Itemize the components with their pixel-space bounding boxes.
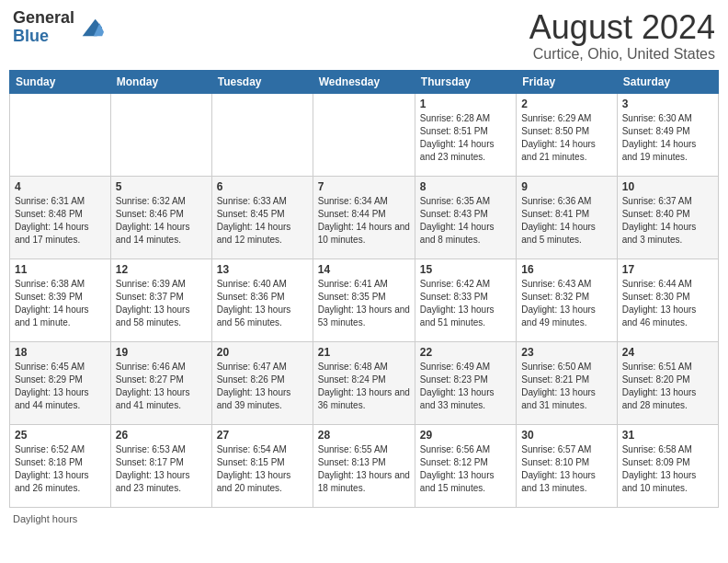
day-info: Sunrise: 6:52 AMSunset: 8:18 PMDaylight:… [15,443,106,495]
title-area: August 2024 Curtice, Ohio, United States [529,9,715,63]
day-number: 12 [116,263,207,276]
day-number: 1 [420,98,511,110]
calendar-week-row: 25Sunrise: 6:52 AMSunset: 8:18 PMDayligh… [10,424,719,507]
calendar-day-cell: 31Sunrise: 6:58 AMSunset: 8:09 PMDayligh… [617,424,718,507]
day-number: 9 [521,180,611,193]
day-number: 3 [622,98,713,110]
calendar-day-cell: 5Sunrise: 6:32 AMSunset: 8:46 PMDaylight… [110,176,211,259]
day-number: 11 [15,263,106,276]
day-number: 21 [318,346,410,359]
location: Curtice, Ohio, United States [529,46,715,63]
day-info: Sunrise: 6:51 AMSunset: 8:20 PMDaylight:… [622,361,713,412]
calendar-day-cell [10,93,111,176]
calendar-week-row: 18Sunrise: 6:45 AMSunset: 8:29 PMDayligh… [10,341,719,424]
day-info: Sunrise: 6:43 AMSunset: 8:32 PMDaylight:… [521,278,611,329]
logo: General Blue [13,9,104,46]
calendar-day-header: Wednesday [313,70,415,93]
calendar-day-cell: 4Sunrise: 6:31 AMSunset: 8:48 PMDaylight… [10,176,111,259]
day-number: 10 [622,180,713,193]
day-info: Sunrise: 6:53 AMSunset: 8:17 PMDaylight:… [116,443,207,495]
day-number: 28 [318,429,410,442]
day-info: Sunrise: 6:35 AMSunset: 8:43 PMDaylight:… [420,195,511,247]
calendar-day-cell: 1Sunrise: 6:28 AMSunset: 8:51 PMDaylight… [415,93,516,176]
daylight-hours-label: Daylight hours [13,513,77,524]
day-info: Sunrise: 6:34 AMSunset: 8:44 PMDaylight:… [318,195,410,247]
day-number: 18 [15,346,106,359]
calendar-day-cell: 17Sunrise: 6:44 AMSunset: 8:30 PMDayligh… [617,259,718,341]
logo-icon [78,15,104,40]
calendar-day-cell: 7Sunrise: 6:34 AMSunset: 8:44 PMDaylight… [313,176,415,259]
day-info: Sunrise: 6:40 AMSunset: 8:36 PMDaylight:… [217,278,308,329]
day-info: Sunrise: 6:48 AMSunset: 8:24 PMDaylight:… [318,361,410,412]
day-info: Sunrise: 6:31 AMSunset: 8:48 PMDaylight:… [15,195,106,247]
day-number: 4 [15,180,106,193]
day-info: Sunrise: 6:44 AMSunset: 8:30 PMDaylight:… [622,278,713,329]
calendar-day-cell: 12Sunrise: 6:39 AMSunset: 8:37 PMDayligh… [110,259,211,341]
day-info: Sunrise: 6:56 AMSunset: 8:12 PMDaylight:… [420,443,511,495]
day-info: Sunrise: 6:50 AMSunset: 8:21 PMDaylight:… [521,361,611,412]
day-info: Sunrise: 6:28 AMSunset: 8:51 PMDaylight:… [420,112,511,164]
calendar-day-cell: 9Sunrise: 6:36 AMSunset: 8:41 PMDaylight… [517,176,617,259]
day-number: 27 [217,429,308,442]
calendar-day-cell: 29Sunrise: 6:56 AMSunset: 8:12 PMDayligh… [415,424,516,507]
logo-general: General [13,8,74,27]
calendar-day-cell: 21Sunrise: 6:48 AMSunset: 8:24 PMDayligh… [313,341,415,424]
calendar-week-row: 11Sunrise: 6:38 AMSunset: 8:39 PMDayligh… [10,259,719,341]
calendar-day-header: Tuesday [211,70,313,93]
calendar-day-cell: 13Sunrise: 6:40 AMSunset: 8:36 PMDayligh… [211,259,313,341]
day-info: Sunrise: 6:32 AMSunset: 8:46 PMDaylight:… [116,195,207,247]
day-number: 23 [521,346,611,359]
day-number: 22 [420,346,511,359]
calendar-day-cell: 8Sunrise: 6:35 AMSunset: 8:43 PMDaylight… [415,176,516,259]
logo-blue: Blue [13,27,49,45]
day-number: 31 [622,429,713,442]
calendar-day-cell [211,93,313,176]
day-number: 2 [521,98,611,110]
calendar-day-cell: 2Sunrise: 6:29 AMSunset: 8:50 PMDaylight… [517,93,617,176]
day-number: 17 [622,263,713,276]
day-number: 24 [622,346,713,359]
calendar-day-cell: 27Sunrise: 6:54 AMSunset: 8:15 PMDayligh… [211,424,313,507]
calendar-day-header: Sunday [10,70,111,93]
day-number: 19 [116,346,207,359]
calendar-day-cell: 20Sunrise: 6:47 AMSunset: 8:26 PMDayligh… [211,341,313,424]
day-number: 5 [116,180,207,193]
day-info: Sunrise: 6:57 AMSunset: 8:10 PMDaylight:… [521,443,611,495]
day-number: 13 [217,263,308,276]
day-info: Sunrise: 6:49 AMSunset: 8:23 PMDaylight:… [420,361,511,412]
calendar-day-cell: 30Sunrise: 6:57 AMSunset: 8:10 PMDayligh… [517,424,617,507]
calendar-day-cell: 28Sunrise: 6:55 AMSunset: 8:13 PMDayligh… [313,424,415,507]
calendar-day-cell: 24Sunrise: 6:51 AMSunset: 8:20 PMDayligh… [617,341,718,424]
day-info: Sunrise: 6:54 AMSunset: 8:15 PMDaylight:… [217,443,308,495]
calendar-day-cell: 22Sunrise: 6:49 AMSunset: 8:23 PMDayligh… [415,341,516,424]
calendar-table: SundayMondayTuesdayWednesdayThursdayFrid… [9,70,719,508]
calendar-day-cell: 10Sunrise: 6:37 AMSunset: 8:40 PMDayligh… [617,176,718,259]
calendar-day-header: Saturday [617,70,718,93]
calendar-day-cell [110,93,211,176]
day-number: 6 [217,180,308,193]
day-number: 30 [521,429,611,442]
day-info: Sunrise: 6:41 AMSunset: 8:35 PMDaylight:… [318,278,410,329]
footer: Daylight hours [9,513,719,524]
day-info: Sunrise: 6:29 AMSunset: 8:50 PMDaylight:… [521,112,611,164]
day-info: Sunrise: 6:38 AMSunset: 8:39 PMDaylight:… [15,278,106,329]
calendar-day-cell: 3Sunrise: 6:30 AMSunset: 8:49 PMDaylight… [617,93,718,176]
month-title: August 2024 [529,9,715,46]
day-number: 25 [15,429,106,442]
day-number: 7 [318,180,410,193]
calendar-day-cell: 18Sunrise: 6:45 AMSunset: 8:29 PMDayligh… [10,341,111,424]
day-info: Sunrise: 6:33 AMSunset: 8:45 PMDaylight:… [217,195,308,247]
day-number: 26 [116,429,207,442]
day-info: Sunrise: 6:55 AMSunset: 8:13 PMDaylight:… [318,443,410,495]
calendar-day-cell: 16Sunrise: 6:43 AMSunset: 8:32 PMDayligh… [517,259,617,341]
calendar-day-header: Thursday [415,70,516,93]
day-number: 14 [318,263,410,276]
calendar-week-row: 4Sunrise: 6:31 AMSunset: 8:48 PMDaylight… [10,176,719,259]
calendar-day-header: Monday [110,70,211,93]
day-number: 20 [217,346,308,359]
day-number: 15 [420,263,511,276]
calendar-day-cell: 11Sunrise: 6:38 AMSunset: 8:39 PMDayligh… [10,259,111,341]
day-info: Sunrise: 6:42 AMSunset: 8:33 PMDaylight:… [420,278,511,329]
day-info: Sunrise: 6:39 AMSunset: 8:37 PMDaylight:… [116,278,207,329]
day-number: 8 [420,180,511,193]
